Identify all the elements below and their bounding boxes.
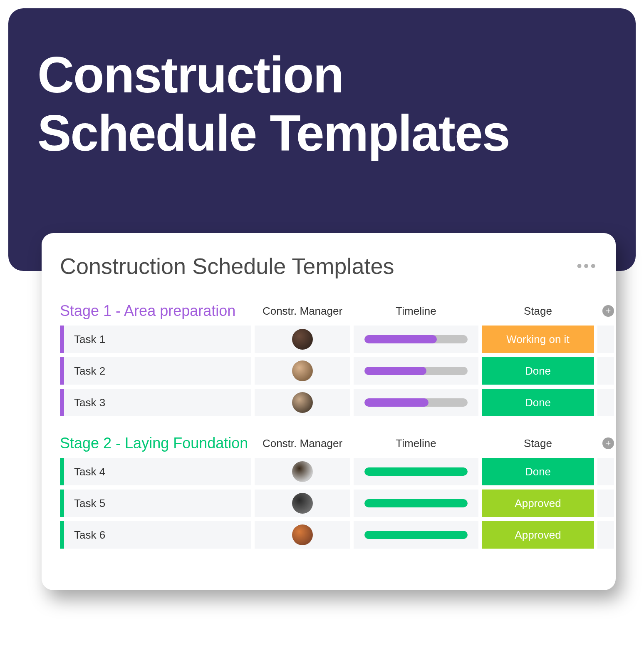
timeline-track (364, 531, 468, 539)
trailing-cell (597, 458, 614, 485)
timeline-cell[interactable] (354, 389, 478, 416)
manager-cell[interactable] (255, 490, 350, 517)
task-row[interactable]: Task 4Done (60, 458, 597, 485)
col-header-timeline: Timeline (354, 305, 478, 318)
timeline-track (364, 467, 468, 476)
plus-icon: + (606, 438, 611, 449)
timeline-track (364, 499, 468, 507)
stage-badge[interactable]: Working on it (482, 326, 594, 353)
task-name-cell[interactable]: Task 2 (60, 357, 251, 385)
add-column-button[interactable]: + (602, 437, 614, 449)
task-name: Task 5 (64, 490, 105, 517)
task-name-cell[interactable]: Task 4 (60, 458, 251, 485)
task-row[interactable]: Task 3Done (60, 389, 597, 416)
group-color-accent (60, 521, 64, 549)
avatar[interactable] (292, 329, 313, 350)
avatar[interactable] (292, 392, 313, 413)
trailing-cell (597, 521, 614, 549)
stage-badge[interactable]: Approved (482, 521, 594, 549)
col-header-timeline: Timeline (354, 437, 478, 450)
stage-badge[interactable]: Done (482, 357, 594, 385)
task-name: Task 6 (64, 521, 105, 549)
timeline-cell[interactable] (354, 458, 478, 485)
task-group: Stage 2 - Laying FoundationConstr. Manag… (60, 435, 597, 549)
group-title[interactable]: Stage 2 - Laying Foundation (60, 435, 251, 452)
hero-title-line1: Construction (37, 47, 343, 103)
avatar[interactable] (292, 524, 313, 545)
manager-cell[interactable] (255, 357, 350, 385)
task-name: Task 4 (64, 458, 105, 485)
card-header: Construction Schedule Templates ••• (60, 253, 597, 279)
avatar[interactable] (292, 360, 313, 381)
plus-icon: + (606, 306, 611, 316)
col-header-stage: Stage (482, 437, 594, 450)
task-name: Task 3 (64, 389, 105, 416)
timeline-fill (364, 335, 437, 343)
timeline-cell[interactable] (354, 357, 478, 385)
add-column-button[interactable]: + (602, 305, 614, 317)
manager-cell[interactable] (255, 458, 350, 485)
task-name-cell[interactable]: Task 1 (60, 326, 251, 353)
manager-cell[interactable] (255, 326, 350, 353)
task-name-cell[interactable]: Task 3 (60, 389, 251, 416)
trailing-cell (597, 490, 614, 517)
group-header: Stage 1 - Area preparationConstr. Manage… (60, 302, 597, 320)
group-header: Stage 2 - Laying FoundationConstr. Manag… (60, 435, 597, 452)
group-title[interactable]: Stage 1 - Area preparation (60, 302, 251, 320)
task-row[interactable]: Task 5Approved (60, 490, 597, 517)
group-color-accent (60, 326, 64, 353)
card-title: Construction Schedule Templates (60, 253, 394, 279)
template-card: Construction Schedule Templates ••• Stag… (42, 233, 616, 590)
stage-badge[interactable]: Done (482, 389, 594, 416)
trailing-cell (597, 357, 614, 385)
hero-banner: Construction Schedule Templates (8, 8, 636, 271)
timeline-cell[interactable] (354, 490, 478, 517)
timeline-cell[interactable] (354, 521, 478, 549)
col-header-manager: Constr. Manager (255, 437, 350, 450)
more-options-icon[interactable]: ••• (577, 257, 597, 275)
task-row[interactable]: Task 2Done (60, 357, 597, 385)
task-name-cell[interactable]: Task 6 (60, 521, 251, 549)
avatar[interactable] (292, 493, 313, 514)
timeline-cell[interactable] (354, 326, 478, 353)
hero-title-line2: Schedule Templates (37, 105, 510, 162)
col-header-manager: Constr. Manager (255, 305, 350, 318)
timeline-fill (364, 499, 468, 507)
manager-cell[interactable] (255, 521, 350, 549)
trailing-cell (597, 326, 614, 353)
group-color-accent (60, 490, 64, 517)
timeline-fill (364, 531, 468, 539)
task-group: Stage 1 - Area preparationConstr. Manage… (60, 302, 597, 416)
groups-container: Stage 1 - Area preparationConstr. Manage… (60, 302, 597, 549)
task-name: Task 1 (64, 326, 105, 353)
trailing-cell (597, 389, 614, 416)
timeline-fill (364, 467, 468, 476)
stage-badge[interactable]: Approved (482, 490, 594, 517)
task-row[interactable]: Task 1Working on it (60, 326, 597, 353)
group-color-accent (60, 357, 64, 385)
hero-title: Construction Schedule Templates (37, 46, 607, 163)
task-name: Task 2 (64, 357, 105, 385)
timeline-track (364, 398, 468, 407)
timeline-track (364, 335, 468, 343)
task-row[interactable]: Task 6Approved (60, 521, 597, 549)
timeline-fill (364, 398, 429, 407)
timeline-fill (364, 367, 426, 375)
manager-cell[interactable] (255, 389, 350, 416)
group-color-accent (60, 389, 64, 416)
task-name-cell[interactable]: Task 5 (60, 490, 251, 517)
avatar[interactable] (292, 461, 313, 482)
timeline-track (364, 367, 468, 375)
col-header-stage: Stage (482, 305, 594, 318)
group-color-accent (60, 458, 64, 485)
stage-badge[interactable]: Done (482, 458, 594, 485)
